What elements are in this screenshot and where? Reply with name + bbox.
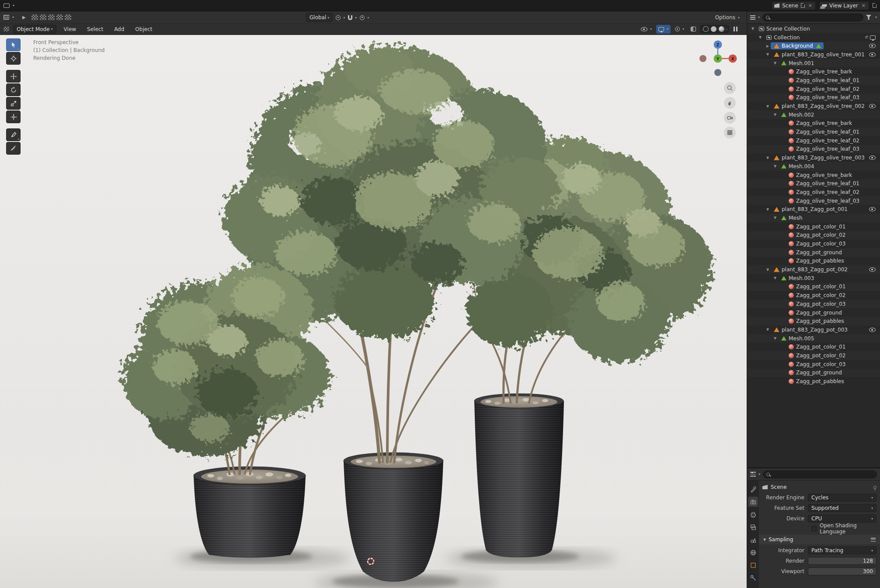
outliner-item[interactable]: Zagg_olive_tree_leaf_02 xyxy=(786,86,862,93)
outliner-row[interactable]: Zagg_pot_color_01 xyxy=(747,222,880,231)
outliner-row[interactable]: ▼Mesh.001 xyxy=(747,59,880,68)
outliner-item[interactable]: plant_883_Zagg_pot_001 xyxy=(771,206,850,213)
outliner-item[interactable]: Zagg_pot_color_03 xyxy=(786,240,848,247)
menu-view[interactable]: View xyxy=(60,25,80,33)
disclosure-down-icon[interactable]: ▼ xyxy=(772,113,778,117)
outliner-row[interactable]: Zagg_olive_tree_bark xyxy=(747,67,880,76)
perspective-toggle-button[interactable] xyxy=(724,127,736,138)
outliner-row[interactable]: Zagg_pot_color_01 xyxy=(747,342,880,351)
scale-tool[interactable] xyxy=(6,97,21,110)
disclosure-down-icon[interactable]: ▼ xyxy=(772,336,778,340)
header-play-icon[interactable]: ▶ xyxy=(22,15,26,20)
outliner-row[interactable]: ▼plant_883_Zagg_pot_001 xyxy=(747,205,880,214)
integrator-dropdown[interactable]: Path Tracing ▾ xyxy=(808,546,877,554)
select-box-tool[interactable] xyxy=(6,38,21,51)
transform-tool[interactable] xyxy=(6,111,21,123)
outliner-item[interactable]: Zagg_pot_color_03 xyxy=(786,301,848,308)
outliner-item[interactable]: Zagg_olive_tree_leaf_03 xyxy=(786,197,862,204)
outliner-item[interactable]: Zagg_pot_color_01 xyxy=(786,283,848,290)
outliner-item[interactable]: Collection xyxy=(763,34,802,41)
show-overlays-dropdown[interactable]: ▾ xyxy=(656,25,671,34)
navigation-gizmo[interactable]: Z X Y xyxy=(698,38,738,80)
display-toggle-icon[interactable] xyxy=(40,14,46,20)
workspace-menu[interactable]: ▾ xyxy=(3,3,14,8)
disclosure-down-icon[interactable]: ▼ xyxy=(765,208,771,211)
outliner-row[interactable]: Zagg_olive_tree_leaf_01 xyxy=(747,128,880,136)
filter-icon[interactable] xyxy=(866,15,871,20)
properties-editor-menu[interactable]: ▾ xyxy=(750,472,760,477)
zoom-button[interactable] xyxy=(724,82,736,94)
outliner-search-input[interactable] xyxy=(762,14,863,21)
gizmos-dropdown[interactable]: ▾ xyxy=(673,25,686,34)
outliner-row[interactable]: ▼plant_883_Zagg_pot_002 xyxy=(747,265,880,274)
disclosure-down-icon[interactable]: ▼ xyxy=(765,104,771,108)
outliner-item[interactable]: Zagg_olive_tree_bark xyxy=(786,120,854,127)
outliner-row[interactable]: ▼Scene Collection xyxy=(747,24,880,33)
disclosure-down-icon[interactable]: ▼ xyxy=(765,328,771,332)
outliner-item[interactable]: Zagg_pot_color_02 xyxy=(786,352,848,359)
outliner-row[interactable]: Zagg_pot_color_03 xyxy=(747,300,880,308)
display-toggle-icon[interactable] xyxy=(65,14,71,20)
outliner-row[interactable]: Zagg_pot_pabbles xyxy=(747,377,880,386)
properties-search-input[interactable] xyxy=(763,470,877,478)
shading-solid-button[interactable] xyxy=(711,26,717,32)
outliner-row[interactable]: Zagg_pot_pabbles xyxy=(747,317,880,325)
outliner-row[interactable]: Zagg_olive_tree_leaf_02 xyxy=(747,136,880,145)
outliner-item[interactable]: Mesh.005 xyxy=(778,335,816,342)
sampling-section-header[interactable]: ▼ Sampling xyxy=(759,535,880,544)
pin-icon[interactable] xyxy=(873,486,877,489)
outliner-item[interactable]: Mesh.004 xyxy=(778,163,816,170)
outliner-item[interactable]: Mesh.002 xyxy=(778,111,816,118)
osl-checkbox[interactable] xyxy=(811,526,817,531)
move-tool[interactable] xyxy=(6,70,21,83)
proportional-editing-icon[interactable] xyxy=(360,15,365,20)
outliner-item[interactable]: Zagg_olive_tree_leaf_01 xyxy=(786,180,862,187)
mode-dropdown[interactable]: Object Mode ▾ xyxy=(13,25,56,34)
new-view-layer-icon[interactable] xyxy=(873,3,877,8)
outliner-item[interactable]: Mesh.001 xyxy=(778,60,816,67)
cursor-tool[interactable] xyxy=(6,52,21,65)
outliner-row[interactable]: ▼plant_883_Zagg_olive_tree_002 xyxy=(747,102,880,111)
outliner-row[interactable]: Zagg_olive_tree_leaf_02 xyxy=(747,85,880,93)
outliner-item[interactable]: Zagg_pot_pabbles xyxy=(786,257,846,264)
show-gizmo-dropdown[interactable]: ▾ xyxy=(639,25,654,34)
disclosure-right-icon[interactable]: ▶ xyxy=(765,44,771,48)
outliner-row[interactable]: ▶Background xyxy=(747,42,880,50)
outliner-row[interactable]: ▼Collection xyxy=(747,33,880,42)
outliner-item[interactable]: plant_883_Zagg_pot_002 xyxy=(771,266,850,273)
outliner-item[interactable]: plant_883_Zagg_olive_tree_002 xyxy=(771,103,867,110)
tab-render[interactable] xyxy=(748,497,758,507)
camera-view-button[interactable] xyxy=(724,112,736,124)
tab-modifiers[interactable] xyxy=(748,573,758,583)
display-toggle-icon[interactable] xyxy=(48,14,55,20)
tab-scene[interactable] xyxy=(748,535,758,545)
outliner-item[interactable]: Zagg_olive_tree_bark xyxy=(786,68,854,75)
disclosure-down-icon[interactable]: ▼ xyxy=(750,27,756,31)
pan-button[interactable] xyxy=(724,97,736,109)
outliner-item[interactable]: Mesh.003 xyxy=(778,275,816,282)
outliner-item[interactable]: Mesh xyxy=(778,214,805,221)
xray-toggle[interactable] xyxy=(689,25,698,34)
display-toggle-icon[interactable] xyxy=(56,14,63,20)
annotate-tool[interactable] xyxy=(6,128,21,141)
outliner-item[interactable]: Zagg_olive_tree_bark xyxy=(786,172,854,179)
outliner-row[interactable]: Zagg_olive_tree_leaf_02 xyxy=(747,188,880,197)
outliner-row[interactable]: Zagg_pot_ground xyxy=(747,369,880,377)
outliner-item[interactable]: plant_883_Zagg_olive_tree_001 xyxy=(771,51,867,58)
outliner-row[interactable]: Zagg_olive_tree_leaf_03 xyxy=(747,93,880,102)
new-scene-icon[interactable] xyxy=(801,3,805,8)
pause-render-button[interactable] xyxy=(731,25,740,34)
display-toggle-icon[interactable] xyxy=(31,14,38,20)
outliner-row[interactable]: Zagg_pot_ground xyxy=(747,248,880,257)
pivot-point-dropdown[interactable]: ▾ xyxy=(336,15,345,20)
outliner-row[interactable]: Zagg_pot_color_02 xyxy=(747,231,880,240)
outliner-item[interactable]: Zagg_olive_tree_leaf_02 xyxy=(786,137,862,144)
tab-object[interactable] xyxy=(748,560,758,570)
outliner-item[interactable]: Zagg_pot_pabbles xyxy=(786,378,846,385)
outliner-row[interactable]: ▼plant_883_Zagg_olive_tree_001 xyxy=(747,50,880,59)
outliner-item[interactable]: Zagg_pot_ground xyxy=(786,369,844,376)
outliner-row[interactable]: ▼plant_883_Zagg_olive_tree_003 xyxy=(747,153,880,162)
disclosure-down-icon[interactable]: ▼ xyxy=(765,52,771,56)
check-icon[interactable] xyxy=(864,35,869,40)
outliner-item[interactable]: Zagg_olive_tree_leaf_02 xyxy=(786,189,862,196)
